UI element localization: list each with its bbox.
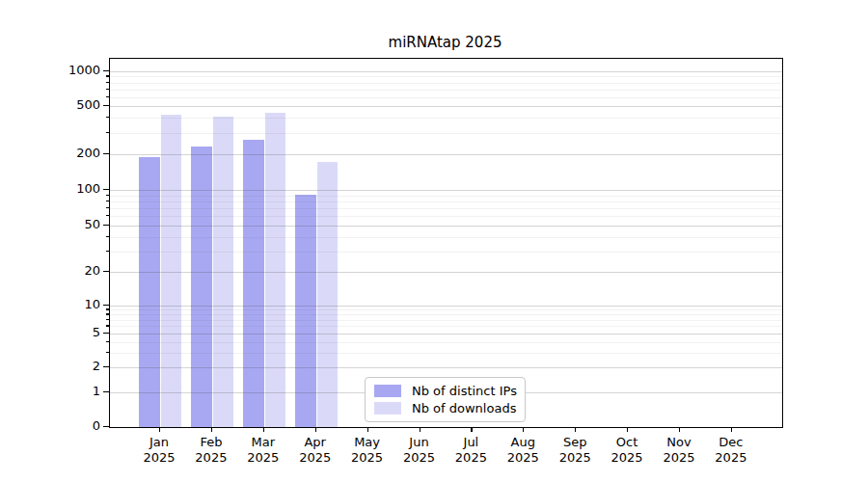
x-tick [627,427,628,432]
bar-apr-downloads [317,162,338,427]
minor-gridline [110,83,782,84]
y-tick-label: 100 [48,181,100,197]
y-tick-label: 200 [48,146,100,161]
major-gridline [110,71,782,72]
x-tick [679,427,680,432]
x-tick-label: Sep 2025 [548,435,602,466]
y-tick-label: 1 [48,384,100,399]
downloads-swatch-icon [374,402,401,415]
distinct-ips-swatch-icon [374,385,401,397]
legend-item-downloads: Nb of downloads [374,401,516,415]
x-tick-label: Apr 2025 [288,435,342,466]
y-minor-tick [106,313,109,314]
bar-mar-distinct-ips [243,140,264,427]
x-tick [420,427,420,432]
y-major-tick [103,305,109,306]
y-tick-label: 10 [48,297,100,312]
bar-feb-downloads [213,117,233,427]
y-minor-tick [106,132,109,133]
y-minor-tick [106,319,109,320]
y-tick-label: 500 [48,97,100,113]
y-tick-label: 20 [48,263,100,279]
x-tick [211,427,212,432]
y-minor-tick [106,352,109,353]
y-minor-tick [106,251,109,252]
chart-title: miRNAtap 2025 [109,34,781,51]
y-minor-tick [106,215,109,216]
minor-gridline [110,76,782,77]
y-major-tick [103,189,109,190]
x-tick-label: Jul 2025 [444,435,498,466]
y-minor-tick [106,207,109,208]
y-major-tick [103,391,109,392]
x-tick [575,427,576,432]
legend: Nb of distinct IPs Nb of downloads [365,377,526,422]
x-tick [471,427,472,432]
y-major-tick [103,366,109,367]
y-tick-label: 5 [48,325,100,340]
minor-gridline [110,97,782,98]
x-tick-label: Aug 2025 [496,435,550,466]
legend-item-distinct-ips: Nb of distinct IPs [374,384,516,398]
minor-gridline [110,118,782,119]
y-minor-tick [106,201,109,201]
major-gridline [110,106,782,107]
x-tick [315,427,316,432]
x-tick [523,427,524,432]
x-tick [731,427,732,432]
bar-jan-distinct-ips [139,157,160,427]
y-major-tick [103,153,109,154]
x-tick [159,427,160,432]
minor-gridline [110,133,782,134]
bar-mar-downloads [265,113,285,427]
y-tick-label: 2 [48,359,100,374]
y-major-tick [103,70,109,71]
x-tick-label: Dec 2025 [704,435,758,466]
y-minor-tick [106,75,109,76]
y-tick-label: 0 [48,418,100,434]
y-major-tick [103,225,109,226]
legend-label-distinct-ips: Nb of distinct IPs [412,384,517,398]
x-tick-label: Feb 2025 [184,435,238,466]
bar-jan-downloads [161,115,181,427]
y-major-tick [103,426,109,427]
legend-label-downloads: Nb of downloads [412,401,516,415]
y-tick-label: 1000 [48,63,100,78]
y-major-tick [103,105,109,106]
x-tick [367,427,368,432]
figure-canvas: miRNAtap 2025 01251020501002005001000 Ja… [0,0,868,482]
x-tick-label: Jan 2025 [132,435,186,466]
y-minor-tick [106,96,109,97]
y-minor-tick [106,117,109,118]
y-minor-tick [106,325,109,326]
x-tick [263,427,264,432]
minor-gridline [110,90,782,91]
y-minor-tick [106,236,109,237]
y-minor-tick [106,308,109,309]
x-tick-label: Oct 2025 [600,435,654,466]
y-minor-tick [106,341,109,342]
y-major-tick [103,333,109,334]
bar-feb-distinct-ips [191,147,212,427]
y-minor-tick [106,82,109,83]
y-tick-label: 50 [48,217,100,232]
y-minor-tick [106,89,109,90]
x-tick-label: Jun 2025 [393,435,447,466]
x-tick-label: Nov 2025 [652,435,706,466]
x-tick-label: Mar 2025 [236,435,290,466]
x-tick-label: May 2025 [340,435,394,466]
bar-apr-distinct-ips [295,195,316,427]
y-minor-tick [106,195,109,196]
y-major-tick [103,271,109,272]
plot-area [109,58,783,428]
